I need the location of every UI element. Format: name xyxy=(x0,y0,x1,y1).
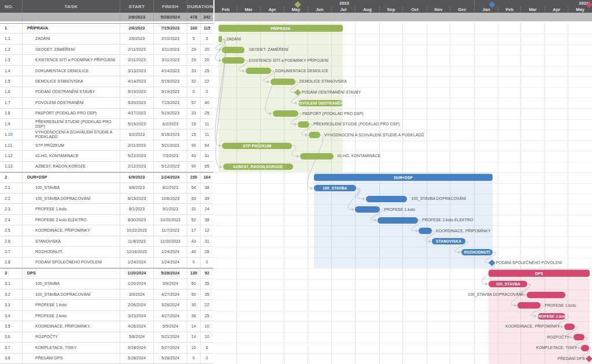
table-row[interactable]: 2.4PROFESE 2.kolo ELEKTRO8/30/202310/20/… xyxy=(0,215,213,225)
gantt-bar[interactable] xyxy=(378,217,418,224)
table-row[interactable]: 1.5DEMOLICE STANOVISKA4/14/20235/15/2023… xyxy=(0,76,213,87)
table-row[interactable]: 3DPS1/20/20245/28/202413092 xyxy=(0,268,213,278)
table-row[interactable]: 2DUR+DSP6/9/20231/24/2024230164 xyxy=(0,172,213,183)
table-row[interactable]: 2.5KOORDINACE, PŘIPOMÍNKY10/22/202311/7/… xyxy=(0,225,213,236)
gantt-bar[interactable]: ROZHODNUTÍ xyxy=(461,249,493,255)
cell-task: VYHODNOCENÍ A SCHVÁLENÍ STUDIE A PODKLAD… xyxy=(22,129,120,139)
gantt-bar[interactable]: 100_STAVBA xyxy=(314,185,356,191)
table-row[interactable]: 1.6PODÁNÍ ODSTRANĚNÍ STAVBY5/19/20235/19… xyxy=(0,87,213,98)
cell-finish: 5/27/2024 xyxy=(153,343,187,352)
cell-duration-work: 31 xyxy=(200,236,213,246)
cell-duration-work: 25 xyxy=(200,66,213,76)
cell-duration-work: 40 xyxy=(200,98,213,107)
cell-finish: 10/6/2023 xyxy=(153,194,187,203)
table-row[interactable]: 1.8PASPORT (PODKLAD PRO DSP)4/17/20235/1… xyxy=(0,109,213,119)
gantt-bar[interactable]: 100_STAVBA xyxy=(489,281,527,287)
table-row[interactable]: 2.1100_STAVBA6/9/20238/1/20235438 xyxy=(0,183,213,194)
cell-duration-cal: 17 xyxy=(187,225,200,235)
cell-task: EXISTENCE SÍTÍ a PODMÍNKY PŘIPOJENÍ xyxy=(22,55,120,65)
cell-no: 3.1 xyxy=(0,279,22,289)
gantt-bar[interactable] xyxy=(309,132,320,138)
gantt-bar[interactable] xyxy=(419,228,432,234)
gantt-bar[interactable] xyxy=(581,345,589,351)
table-row[interactable]: 2.3PROFESE 1.kolo8/1/20239/1/20233224 xyxy=(0,204,213,214)
cell-no: 3.6 xyxy=(0,332,22,342)
cell-duration-work: 35 xyxy=(200,279,213,289)
table-row[interactable]: 1.11STP PRŮZKUM2/11/20235/11/20239064 xyxy=(0,140,213,151)
table-row[interactable]: 1.7POVOLENÍ ODSTRANĚNÍ5/20/20237/15/2023… xyxy=(0,98,213,108)
gantt-bar[interactable]: STP PRŮZKUM xyxy=(222,143,292,149)
table-row[interactable]: 1.1ZADÁNÍ2/6/20232/10/202355 xyxy=(0,34,213,44)
gantt-bar[interactable] xyxy=(366,196,407,202)
gantt-bar-label: GEODET. ZAMĚŘENÍ xyxy=(249,47,288,51)
gantt-app: NO. TASK START FINISH DURATION 2/6/2023 … xyxy=(0,0,592,364)
table-row[interactable]: 1.3EXISTENCE SÍTÍ a PODMÍNKY PŘIPOJENÍ2/… xyxy=(0,55,213,65)
cell-duration-cal: 40 xyxy=(187,247,200,257)
table-row[interactable]: 3.4PROFESE 2.kolo3/23/20244/27/20243625 xyxy=(0,311,213,321)
cell-start: 2/11/2023 xyxy=(120,140,153,150)
gantt-bar[interactable] xyxy=(273,110,298,117)
table-row[interactable]: 1.10VYHODNOCENÍ A SCHVÁLENÍ STUDIE A POD… xyxy=(0,129,213,140)
gantt-bar[interactable] xyxy=(222,57,245,64)
gantt-bar[interactable]: PROFESE 2.kolo xyxy=(538,313,565,320)
cell-start: 5/22/2023 xyxy=(120,151,153,161)
table-row[interactable]: 3.3PROFESE 1.kolo2/26/20243/26/20243022 xyxy=(0,300,213,310)
gantt-bar[interactable]: AZBEST, RADON,KOROZE xyxy=(223,164,293,170)
table-row[interactable]: 3.6ROZPOČTY5/8/20245/21/20241410 xyxy=(0,332,213,343)
gantt-bar[interactable] xyxy=(527,292,565,298)
table-row[interactable]: 1.2GEODET. ZAMĚŘENÍ2/11/20233/11/2023292… xyxy=(0,44,213,55)
timeline-month: Aug xyxy=(355,6,379,13)
table-row[interactable]: 2.2100_STAVBA DOPRACOVÁNÍ8/15/202310/6/2… xyxy=(0,194,213,204)
cell-no: 1.2 xyxy=(0,44,22,54)
gantt-bar[interactable] xyxy=(271,79,295,85)
cell-duration-work: 24 xyxy=(200,204,213,214)
timeline-month: Mar xyxy=(520,6,545,13)
gantt-bar[interactable] xyxy=(574,334,584,340)
gantt-bar[interactable] xyxy=(564,324,575,330)
table-row[interactable]: 1PŘÍPRAVA2/6/20237/15/2023160115 xyxy=(0,23,213,34)
table-row[interactable]: 3.8PŘEDÁNÍ DPS5/28/20245/28/202400 xyxy=(0,354,213,364)
gantt-bar[interactable] xyxy=(222,47,245,53)
gantt-bar-label: PŘEDÁNÍ DPS xyxy=(557,356,584,361)
table-row[interactable]: 3.2100_STAVBA DOPRACOVÁNÍ3/9/20244/27/20… xyxy=(0,289,213,300)
table-row[interactable]: 3.5KOORDINACE, PŘIPOMÍNKY4/26/20245/9/20… xyxy=(0,321,213,332)
table-row[interactable]: 3.1100_STAVBA1/20/20243/9/20245035 xyxy=(0,279,213,289)
cell-duration-work: 164 xyxy=(200,173,213,182)
cell-no: 3.8 xyxy=(0,354,22,363)
gantt-bar[interactable] xyxy=(300,153,334,159)
timeline-month: Feb xyxy=(214,6,236,13)
cell-start: 8/30/2023 xyxy=(120,215,153,225)
gantt-bar[interactable]: POVOLENÍ ODSTRANĚNÍ xyxy=(298,100,343,106)
cell-finish: 12/20/2023 xyxy=(153,236,187,246)
cell-start: 5/19/2023 xyxy=(120,87,153,97)
gantt-bar[interactable] xyxy=(246,68,271,74)
gantt-bar[interactable]: STANOVISKA xyxy=(432,238,465,244)
table-row[interactable]: 3.7KOMPLETACE, TISKY5/18/20245/27/202410… xyxy=(0,343,213,353)
table-totals-row: 2/6/2023 5/28/2024 478 342 xyxy=(0,13,213,21)
table-row[interactable]: 1.12IG-HG, KONTAMINACE5/22/20237/3/20234… xyxy=(0,151,213,161)
totals-duration-cal: 478 xyxy=(187,13,200,21)
cell-start: 3/23/2024 xyxy=(120,311,153,321)
cell-task: AZBEST, RADON,KOROZE xyxy=(22,162,120,172)
cell-duration-work: 38 xyxy=(200,183,213,193)
table-row[interactable]: 2.8PODÁNÍ SPOLEČNÉHO POVOLENÍ1/24/20241/… xyxy=(0,258,213,268)
cell-task: PASPORT (PODKLAD PRO DSP) xyxy=(22,109,120,118)
gantt-summary-bar[interactable]: PŘÍPRAVA xyxy=(219,25,343,32)
cell-start: 1/20/2024 xyxy=(120,279,153,289)
cell-duration-cal: 90 xyxy=(187,140,200,150)
table-row[interactable]: 2.7ROZHODNUTÍ12/16/20231/24/20244028 xyxy=(0,247,213,257)
timeline-month: Mar xyxy=(236,6,261,13)
table-row[interactable]: 2.6STANOVISKA11/8/202312/20/20234331 xyxy=(0,236,213,247)
gantt-bar[interactable] xyxy=(298,121,309,128)
gantt-bar[interactable] xyxy=(355,206,380,213)
cell-task: PŘEKRESLENÍ STUDIE (PODKLAD PRO DSP) xyxy=(22,119,120,129)
gantt-bar[interactable] xyxy=(219,36,223,42)
gantt-chart: FebMarAprMayJunJulAugSepOctNovDec2023Jan… xyxy=(214,0,592,364)
gantt-bar[interactable] xyxy=(517,302,541,309)
table-row[interactable]: 1.4DOKUMENTACE DEMOLICE3/13/20234/14/202… xyxy=(0,66,213,76)
table-row[interactable]: 1.9PŘEKRESLENÍ STUDIE (PODKLAD PRO DSP)5… xyxy=(0,119,213,129)
gantt-summary-bar[interactable]: DPS xyxy=(489,270,590,277)
section-region xyxy=(219,23,343,172)
gantt-summary-bar[interactable]: DUR+DSP xyxy=(314,174,493,181)
table-row[interactable]: 1.13AZBEST, RADON,KOROZE2/12/20235/12/20… xyxy=(0,162,213,172)
